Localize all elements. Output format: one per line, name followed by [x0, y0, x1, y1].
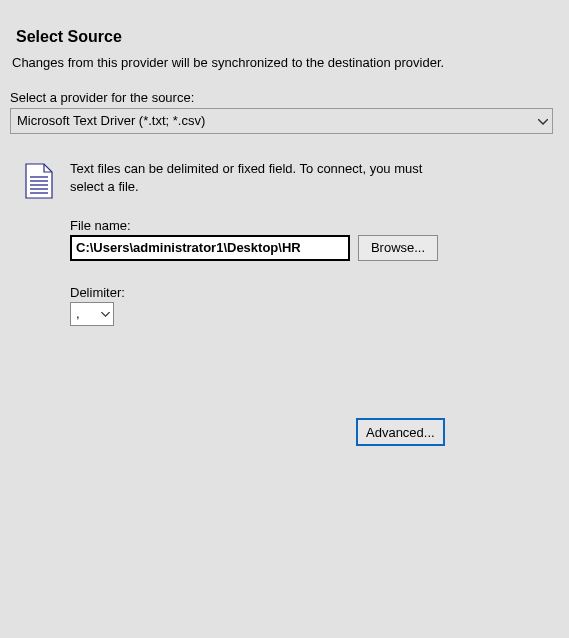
- delimiter-block: Delimiter: ,: [70, 285, 450, 326]
- chevron-down-icon: [101, 308, 110, 319]
- delimiter-label: Delimiter:: [70, 285, 450, 300]
- provider-dropdown[interactable]: Microsoft Text Driver (*.txt; *.csv): [10, 108, 553, 134]
- document-icon: [24, 163, 54, 199]
- details-area: Text files can be delimited or fixed fie…: [10, 160, 559, 326]
- provider-selected-value: Microsoft Text Driver (*.txt; *.csv): [17, 113, 205, 128]
- delimiter-dropdown[interactable]: ,: [70, 302, 114, 326]
- delimiter-selected-value: ,: [76, 306, 80, 321]
- connection-hint: Text files can be delimited or fixed fie…: [70, 160, 440, 196]
- provider-label: Select a provider for the source:: [10, 90, 559, 105]
- select-source-page: Select Source Changes from this provider…: [0, 0, 569, 638]
- details-column: Text files can be delimited or fixed fie…: [70, 160, 450, 326]
- file-name-label: File name:: [70, 218, 450, 233]
- advanced-button[interactable]: Advanced...: [356, 418, 445, 446]
- chevron-down-icon: [538, 115, 548, 127]
- file-name-input[interactable]: [70, 235, 350, 261]
- browse-button[interactable]: Browse...: [358, 235, 438, 261]
- file-name-row: Browse...: [70, 235, 450, 261]
- page-title: Select Source: [16, 28, 559, 46]
- page-description: Changes from this provider will be synch…: [12, 54, 452, 72]
